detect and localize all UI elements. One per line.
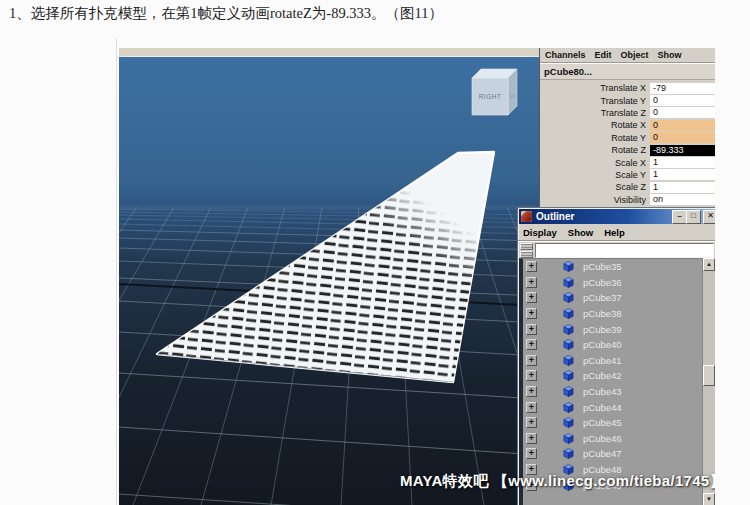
maximize-button[interactable]: □ [686, 210, 701, 224]
expand-toggle[interactable]: + [526, 324, 537, 335]
outliner-item-label: pCube37 [583, 292, 622, 303]
menu-show[interactable]: Show [658, 50, 682, 60]
channel-value-field[interactable]: 1 [650, 169, 715, 180]
channel-box-menubar: Channels Edit Object Show [540, 48, 715, 63]
polycube-icon [561, 260, 576, 273]
channel-row: Rotate X0 [540, 119, 715, 131]
outliner-row[interactable]: + pCube44 [523, 399, 715, 415]
expand-toggle[interactable]: + [526, 448, 537, 459]
expand-toggle[interactable]: + [526, 339, 537, 350]
channel-label[interactable]: Scale Y [540, 170, 650, 180]
outliner-row[interactable]: + pCube43 [523, 384, 715, 400]
outliner-row[interactable]: + pCube39 [523, 321, 715, 337]
channel-box: Channels Edit Object Show pCube80... Tra… [539, 48, 715, 208]
outliner-menubar: Display Show Help [518, 225, 715, 241]
channel-row: Scale X1 [540, 156, 715, 168]
expand-toggle[interactable]: + [526, 402, 537, 413]
maya-screenshot: RIGHT W Channels Edit Object Show pCube8… [119, 48, 715, 505]
channel-label[interactable]: Translate X [540, 83, 650, 93]
menu-show[interactable]: Show [568, 227, 593, 238]
outliner-item-label: pCube46 [583, 433, 622, 444]
outliner-row[interactable]: + pCube46 [523, 431, 715, 447]
expand-toggle[interactable]: + [526, 433, 537, 444]
channel-label[interactable]: Translate Z [540, 108, 650, 118]
channel-value-field[interactable]: on [650, 194, 715, 205]
outliner-window: Outliner – □ ✕ Display Show Help + pCube… [517, 207, 715, 505]
selected-object-name[interactable]: pCube80... [540, 64, 715, 80]
channel-value-field[interactable]: 0 [650, 132, 715, 143]
outliner-row[interactable]: + pCube45 [523, 415, 715, 431]
channel-value-field[interactable]: 0 [650, 107, 715, 118]
filter-toggle-button[interactable] [520, 243, 533, 250]
outliner-row[interactable]: + pCube41 [523, 353, 715, 369]
channel-row: Scale Z1 [540, 181, 715, 193]
menu-edit[interactable]: Edit [595, 50, 612, 60]
outliner-item-label: pCube35 [583, 261, 622, 272]
channel-row: Visibilityon [540, 194, 715, 206]
polycube-icon [561, 416, 576, 429]
scroll-down-button[interactable]: ▼ [703, 493, 715, 505]
outliner-row[interactable]: + pCube35 [523, 259, 715, 275]
channel-row: Translate X-79 [540, 82, 715, 94]
channel-value-field[interactable]: 1 [650, 182, 715, 193]
outliner-title: Outliner [536, 211, 574, 222]
outliner-item-label: pCube36 [583, 277, 622, 288]
outliner-row[interactable]: + pCube47 [523, 446, 715, 462]
scroll-up-button[interactable]: ▲ [703, 258, 715, 271]
polycube-icon [561, 307, 576, 320]
viewport-canvas[interactable]: RIGHT W [119, 57, 539, 505]
minimize-button[interactable]: – [672, 210, 687, 224]
expand-toggle[interactable]: + [526, 292, 537, 303]
channel-label[interactable]: Scale X [540, 158, 650, 168]
expand-toggle[interactable]: + [526, 386, 537, 397]
channel-row: Rotate Y0 [540, 132, 715, 144]
channel-value-field[interactable]: -79 [650, 83, 715, 94]
polycube-icon [561, 369, 576, 382]
menu-display[interactable]: Display [523, 227, 557, 238]
expand-toggle[interactable]: + [526, 370, 537, 381]
site-watermark: MAYA特效吧 【www.linecg.com/tieba/1745】 [400, 472, 715, 491]
polycube-icon [561, 447, 576, 460]
outliner-item-label: pCube42 [583, 370, 622, 381]
filter-toggle-button[interactable] [520, 251, 533, 258]
channel-label[interactable]: Translate Y [540, 96, 650, 106]
outliner-window-icon [521, 211, 532, 222]
channel-label[interactable]: Rotate X [540, 120, 650, 130]
outliner-row[interactable]: + pCube36 [523, 275, 715, 291]
outliner-row[interactable]: + pCube37 [523, 290, 715, 306]
outliner-scrollbar[interactable]: ▲ ▼ [702, 258, 715, 505]
polycube-icon [561, 323, 576, 336]
expand-toggle[interactable]: + [526, 355, 537, 366]
viewport-panel-header [119, 48, 539, 57]
close-button[interactable]: ✕ [703, 210, 715, 224]
channel-row: Translate Y0 [540, 94, 715, 106]
menu-help[interactable]: Help [604, 227, 625, 238]
polycube-icon [561, 338, 576, 351]
expand-toggle[interactable]: + [526, 261, 537, 272]
outliner-row[interactable]: + pCube40 [523, 337, 715, 353]
channel-label[interactable]: Rotate Z [540, 145, 650, 155]
polycube-icon [561, 401, 576, 414]
tutorial-step-heading: 1、选择所有扑克模型，在第1帧定义动画rotateZ为-89.333。（图11） [9, 4, 443, 23]
channel-value-field[interactable]: 0 [650, 120, 715, 131]
outliner-row[interactable]: + pCube38 [523, 306, 715, 322]
filter-toggle-buttons [520, 243, 535, 259]
outliner-filter-input[interactable] [535, 243, 714, 258]
channel-value-field[interactable]: 0 [650, 95, 715, 106]
channel-label[interactable]: Scale Z [540, 182, 650, 192]
outliner-titlebar[interactable]: Outliner – □ ✕ [519, 209, 715, 224]
channel-value-field[interactable]: 1 [650, 157, 715, 168]
expand-toggle[interactable]: + [526, 277, 537, 288]
menu-channels[interactable]: Channels [545, 50, 586, 60]
menu-object[interactable]: Object [621, 50, 649, 60]
expand-toggle[interactable]: + [526, 417, 537, 428]
expand-toggle[interactable]: + [526, 308, 537, 319]
outliner-row[interactable]: + pCube42 [523, 368, 715, 384]
view-cube-side-label: W [510, 93, 516, 99]
polycube-icon [561, 276, 576, 289]
channel-label[interactable]: Visibility [540, 195, 650, 205]
scrollbar-thumb[interactable] [703, 365, 715, 386]
view-cube[interactable]: RIGHT W [472, 69, 517, 115]
channel-label[interactable]: Rotate Y [540, 133, 650, 143]
channel-value-field[interactable]: -89.333 [650, 145, 715, 156]
